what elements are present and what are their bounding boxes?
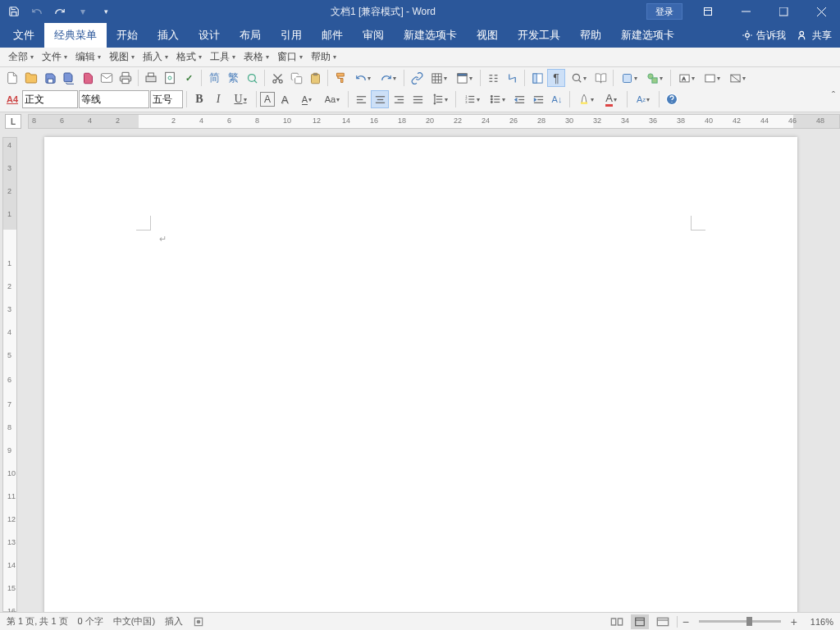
bold-icon[interactable]: B xyxy=(190,90,208,108)
open-icon[interactable] xyxy=(22,69,40,87)
insert-excel-icon[interactable] xyxy=(452,69,477,87)
close-icon[interactable] xyxy=(802,0,840,23)
copy-icon[interactable] xyxy=(287,69,305,87)
qat-customize-icon[interactable]: ▾ xyxy=(95,2,116,21)
tab-newtab1[interactable]: 新建选项卡 xyxy=(394,23,467,48)
tab-mail[interactable]: 邮件 xyxy=(312,23,353,48)
menu-edit[interactable]: 编辑 xyxy=(72,48,104,66)
quickprint-icon[interactable] xyxy=(142,69,160,87)
tab-home[interactable]: 开始 xyxy=(107,23,148,48)
qat-more-icon[interactable]: ▾ xyxy=(72,2,94,21)
fontcolor-icon[interactable]: A xyxy=(599,90,623,108)
readmode-icon[interactable] xyxy=(608,614,626,629)
autoshape-icon[interactable] xyxy=(642,69,667,87)
menu-help[interactable]: 帮助 xyxy=(308,48,340,66)
menu-insert[interactable]: 插入 xyxy=(139,48,171,66)
menu-window[interactable]: 窗口 xyxy=(274,48,306,66)
charscale-icon[interactable]: A xyxy=(294,90,319,108)
zoom-level[interactable]: 116% xyxy=(802,617,833,627)
redo-toolbar-icon[interactable] xyxy=(376,69,400,87)
indent-increase-icon[interactable] xyxy=(529,90,547,108)
tab-help[interactable]: 帮助 xyxy=(570,23,611,48)
italic-icon[interactable]: I xyxy=(209,90,227,108)
weblayout-icon[interactable] xyxy=(654,614,672,629)
style-selector[interactable] xyxy=(22,90,78,108)
zoom-toolbar-icon[interactable] xyxy=(566,69,591,87)
bullets-icon[interactable] xyxy=(485,90,509,108)
menu-file[interactable]: 文件 xyxy=(39,48,71,66)
permission-icon[interactable] xyxy=(79,69,97,87)
tab-design[interactable]: 设计 xyxy=(189,23,230,48)
document-viewport[interactable]: ↵ xyxy=(20,130,840,612)
tab-newtab2[interactable]: 新建选项卡 xyxy=(611,23,684,48)
align-right-icon[interactable] xyxy=(390,90,408,108)
new-icon[interactable] xyxy=(3,69,21,87)
minimize-icon[interactable] xyxy=(727,0,765,23)
reading-icon[interactable] xyxy=(591,69,609,87)
object-icon[interactable] xyxy=(725,69,750,87)
traditional-icon[interactable]: 简 xyxy=(205,69,223,87)
numbering-icon[interactable]: 123 xyxy=(459,90,484,108)
formatpainter-icon[interactable] xyxy=(331,69,349,87)
horizontal-ruler[interactable]: 8642246810121416182022242628303234363840… xyxy=(28,114,840,129)
changecase-icon[interactable]: Aa xyxy=(320,90,345,108)
indent-decrease-icon[interactable] xyxy=(510,90,528,108)
tab-layout[interactable]: 布局 xyxy=(230,23,271,48)
align-justify-icon[interactable] xyxy=(409,90,427,108)
font-selector[interactable] xyxy=(79,90,149,108)
undo-toolbar-icon[interactable] xyxy=(350,69,375,87)
forms-icon[interactable] xyxy=(617,69,641,87)
sort-icon[interactable]: A↓ xyxy=(548,90,566,108)
textbox-icon[interactable]: A xyxy=(674,69,699,87)
share-button[interactable]: 共享 xyxy=(797,29,832,43)
cut-icon[interactable] xyxy=(268,69,286,87)
tab-file[interactable]: 文件 xyxy=(3,23,44,48)
align-left-icon[interactable] xyxy=(352,90,370,108)
tab-dev[interactable]: 开发工具 xyxy=(508,23,570,48)
preview-icon[interactable] xyxy=(161,69,179,87)
macro-icon[interactable] xyxy=(193,616,204,628)
menu-table[interactable]: 表格 xyxy=(240,48,272,66)
showmarks-icon[interactable]: ¶ xyxy=(547,69,565,87)
align-center-icon[interactable] xyxy=(371,90,389,108)
ribbon-options-icon[interactable] xyxy=(689,0,727,23)
menu-format[interactable]: 格式 xyxy=(173,48,205,66)
table-insert-icon[interactable] xyxy=(427,69,451,87)
printlayout-icon[interactable] xyxy=(631,614,649,629)
vertical-ruler[interactable]: 43211234567891011121314151617 xyxy=(2,137,17,612)
spellcheck-icon[interactable]: ✓ xyxy=(180,69,198,87)
help-icon[interactable] xyxy=(663,90,681,108)
menu-all[interactable]: 全部 xyxy=(5,48,37,66)
collapse-ribbon-icon[interactable]: ˆ xyxy=(832,90,835,102)
tab-insert[interactable]: 插入 xyxy=(148,23,189,48)
tab-reference[interactable]: 引用 xyxy=(271,23,312,48)
paste-icon[interactable] xyxy=(306,69,324,87)
size-selector[interactable] xyxy=(150,90,183,108)
page[interactable]: ↵ xyxy=(44,137,797,612)
charborder-icon[interactable]: A xyxy=(260,92,275,107)
status-page[interactable]: 第 1 页, 共 1 页 xyxy=(7,615,68,628)
email-icon[interactable] xyxy=(98,69,116,87)
tab-selector[interactable]: L xyxy=(5,114,21,129)
status-words[interactable]: 0 个字 xyxy=(78,615,103,628)
menu-tool[interactable]: 工具 xyxy=(207,48,239,66)
docmap-icon[interactable] xyxy=(528,69,546,87)
charshadow-icon[interactable]: A xyxy=(276,90,294,108)
tab-view[interactable]: 视图 xyxy=(467,23,508,48)
menu-view[interactable]: 视图 xyxy=(106,48,138,66)
columns-icon[interactable] xyxy=(484,69,502,87)
saveall-icon[interactable] xyxy=(60,69,78,87)
status-lang[interactable]: 中文(中国) xyxy=(113,615,155,628)
simplified-icon[interactable]: 繁 xyxy=(224,69,242,87)
save-toolbar-icon[interactable] xyxy=(41,69,59,87)
redo-icon[interactable] xyxy=(49,2,71,21)
save-icon[interactable] xyxy=(3,2,25,21)
styles-icon[interactable]: A4 xyxy=(3,90,21,108)
zoom-out-icon[interactable]: − xyxy=(682,615,689,628)
zoom-in-icon[interactable]: + xyxy=(791,615,797,628)
hyperlink-icon[interactable] xyxy=(408,69,426,87)
maximize-icon[interactable] xyxy=(765,0,802,23)
print-icon[interactable] xyxy=(116,69,135,87)
tellme-button[interactable]: 告诉我 xyxy=(742,29,786,43)
highlight-icon[interactable] xyxy=(573,90,598,108)
